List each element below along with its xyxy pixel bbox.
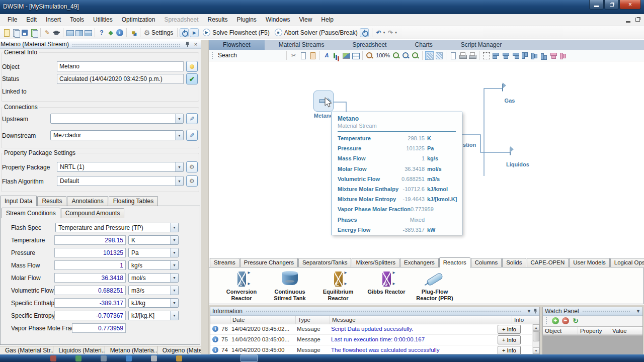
mdi-minimize-button[interactable] xyxy=(626,21,630,23)
edit-script-icon[interactable]: ✎ xyxy=(43,28,52,37)
palette-item[interactable]: Continuous Stirred Tank xyxy=(266,269,314,304)
stream-tab[interactable]: Liquidos (Materi... xyxy=(53,346,105,354)
scroll-up-icon[interactable]: ▲ xyxy=(533,324,539,331)
abort-solver-button[interactable]: Abort Solver (Pause/Break) xyxy=(284,29,358,36)
windows-taskbar[interactable] xyxy=(0,354,644,362)
unit-select[interactable]: kg/s▼ xyxy=(128,260,179,270)
align-left-icon[interactable] xyxy=(492,51,500,60)
image-icon[interactable] xyxy=(342,51,350,60)
info-button[interactable]: + Info xyxy=(498,346,521,354)
unit-select[interactable]: kJ/[kg.K]▼ xyxy=(128,311,179,320)
object-column-header[interactable]: Object xyxy=(543,327,578,334)
close-panel-icon[interactable]: × xyxy=(192,41,199,48)
panel-splitter[interactable] xyxy=(201,40,209,354)
inspector-subtab[interactable]: Stream Conditions xyxy=(2,208,60,218)
chevron-down-icon[interactable]: ▼ xyxy=(636,309,640,314)
tile-vertical-icon[interactable] xyxy=(74,28,84,37)
unit-select[interactable]: K▼ xyxy=(128,235,179,245)
undo-dropdown-icon[interactable]: ▾ xyxy=(383,31,385,35)
paste-icon[interactable] xyxy=(308,51,317,60)
document-tab[interactable]: Flowsheet xyxy=(209,40,265,50)
value-input[interactable]: 298.15 xyxy=(54,235,126,245)
cut-icon[interactable]: ✂ xyxy=(289,51,298,60)
property-package-config-button[interactable]: ⚙ xyxy=(186,161,198,172)
inspector-subtab[interactable]: Compound Amounts xyxy=(61,208,125,218)
info-button[interactable]: + Info xyxy=(498,325,521,334)
pin-icon[interactable] xyxy=(533,308,537,315)
information-scrollbar[interactable]: ▲ ▼ xyxy=(532,324,539,354)
menu-item[interactable]: Results xyxy=(203,14,232,26)
palette-tab[interactable]: Logical Ops xyxy=(610,258,644,267)
inspector-tab[interactable]: Annotations xyxy=(67,196,108,206)
taskbar-icon[interactable] xyxy=(126,355,132,361)
menu-item[interactable]: Windows xyxy=(261,14,295,26)
palette-tab[interactable]: Streams xyxy=(210,258,239,267)
value-input[interactable]: 0.773959 xyxy=(72,323,126,333)
zoom-out-icon[interactable] xyxy=(365,51,374,60)
menu-item[interactable]: View xyxy=(295,14,317,26)
menu-item[interactable]: File xyxy=(3,14,22,26)
unit-select[interactable]: Pa▼ xyxy=(128,248,179,257)
align-middle-icon[interactable] xyxy=(530,51,538,60)
help-icon[interactable]: ? xyxy=(97,28,106,37)
flash-spec-select[interactable]: Temperature and Pressure (TP)▼ xyxy=(55,223,179,232)
palette-item[interactable]: Equilibrium Reactor xyxy=(314,269,362,304)
table-icon[interactable] xyxy=(351,51,360,60)
mdi-restore-button[interactable] xyxy=(635,18,640,22)
minimize-button[interactable] xyxy=(589,0,604,10)
unit-select[interactable]: kJ/kg▼ xyxy=(128,298,179,308)
palette-item[interactable]: Plug-Flow Reactor (PFR) xyxy=(411,269,459,304)
taskbar-icon[interactable] xyxy=(101,355,107,361)
open-icon[interactable] xyxy=(2,28,11,37)
plugins-icon[interactable]: ■ xyxy=(129,28,138,37)
palette-item[interactable]: Conversion Reactor xyxy=(217,269,266,304)
value-input[interactable]: 36.3418 xyxy=(54,273,126,283)
zoom-in-icon[interactable] xyxy=(392,51,400,60)
power-icon[interactable] xyxy=(360,28,369,37)
palette-tab[interactable]: Solids xyxy=(502,258,526,267)
align-bottom-icon[interactable] xyxy=(539,51,548,60)
align-top-icon[interactable] xyxy=(520,51,529,60)
page-setup-icon[interactable] xyxy=(449,51,457,60)
chevron-down-icon[interactable]: ▼ xyxy=(527,309,531,314)
grid-off-icon[interactable] xyxy=(435,51,443,60)
palette-tab[interactable]: Reactors xyxy=(439,257,470,267)
palette-item[interactable]: Gibbs Reactor xyxy=(362,269,411,304)
settings-gear-icon[interactable]: ⚙ xyxy=(142,28,151,37)
menu-item[interactable]: Insert xyxy=(41,14,65,26)
document-tab[interactable]: Spreadsheet xyxy=(338,40,400,50)
distribute-horizontal-icon[interactable] xyxy=(549,51,557,60)
message-column-header[interactable]: Message xyxy=(330,316,512,324)
stream-gas-node[interactable] xyxy=(502,84,503,91)
palette-tab[interactable]: Columns xyxy=(471,258,502,267)
value-input[interactable]: 1 xyxy=(54,260,126,270)
redo-icon[interactable]: ↷ xyxy=(386,28,395,37)
inspector-tab[interactable]: Input Data xyxy=(0,196,37,206)
stream-tab[interactable]: Metano (Materia... xyxy=(105,346,157,354)
zoom-extents-icon[interactable] xyxy=(401,51,410,60)
align-center-icon[interactable] xyxy=(501,51,510,60)
upstream-connect-button[interactable]: ✎ xyxy=(186,113,198,124)
about-icon[interactable] xyxy=(115,28,124,37)
tile-cascade-icon[interactable] xyxy=(65,28,74,37)
font-icon[interactable]: A xyxy=(323,51,331,60)
palette-tab[interactable]: CAPE-OPEN xyxy=(527,258,569,267)
menu-item[interactable]: Utilities xyxy=(89,14,117,26)
downstream-select[interactable]: Mezclador▼ xyxy=(50,130,184,140)
document-tab[interactable]: Material Streams xyxy=(265,40,339,50)
document-tab[interactable]: Charts xyxy=(400,40,446,50)
flash-algorithm-config-button[interactable]: ⚙ xyxy=(186,175,198,187)
inspector-tab[interactable]: Floating Tables xyxy=(109,196,158,206)
pin-icon[interactable] xyxy=(184,41,191,48)
taskbar-icon[interactable] xyxy=(75,355,82,361)
value-input[interactable]: 101325 xyxy=(54,248,126,257)
value-input[interactable]: -0.707367 xyxy=(54,311,126,320)
value-input[interactable]: -389.317 xyxy=(54,298,126,308)
save-icon[interactable] xyxy=(20,28,29,37)
stream-liquidos-node[interactable] xyxy=(510,148,511,155)
copy-icon[interactable] xyxy=(11,28,20,37)
info-column-header[interactable]: Info xyxy=(512,316,539,324)
unit-select[interactable]: m3/s▼ xyxy=(128,286,179,295)
solver-play-icon[interactable]: ▶ xyxy=(190,28,199,37)
save-all-icon[interactable] xyxy=(29,28,38,37)
